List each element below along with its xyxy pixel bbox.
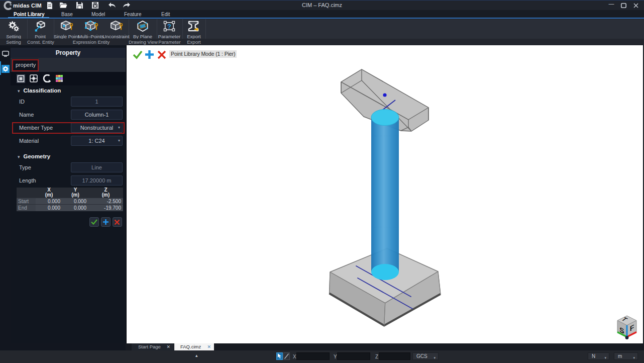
svg-text:?: ?: [167, 23, 171, 30]
